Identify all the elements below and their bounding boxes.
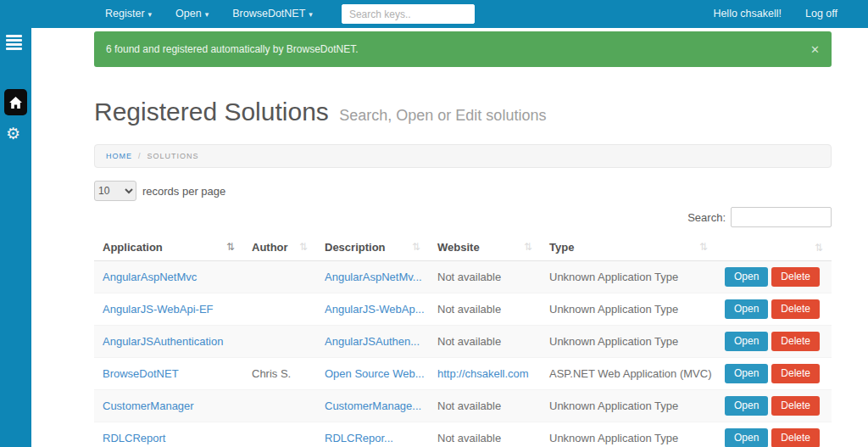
sidebar-item-home[interactable] bbox=[4, 89, 27, 115]
description-link[interactable]: AngularJSAuthen... bbox=[325, 335, 420, 348]
description-link[interactable]: Open Source Web... bbox=[325, 367, 425, 380]
application-link[interactable]: AngularAspNetMvc bbox=[103, 271, 197, 283]
description-cell: AngularJSAuthen... bbox=[316, 326, 429, 358]
delete-button[interactable]: Delete bbox=[771, 396, 820, 416]
nav-item-browsedotnet[interactable]: BrowseDotNET▾ bbox=[220, 0, 325, 28]
application-link[interactable]: RDLCReport bbox=[103, 432, 165, 444]
alert-message: 6 found and registered automatically by … bbox=[106, 43, 359, 55]
actions-cell: OpenDelete bbox=[716, 390, 832, 422]
user-greeting-link[interactable]: Hello chsakell! bbox=[701, 0, 793, 28]
nav-item-open[interactable]: Open▾ bbox=[164, 0, 220, 28]
author-cell bbox=[243, 390, 316, 422]
website-cell: Not available bbox=[429, 326, 541, 358]
breadcrumb-separator: / bbox=[138, 152, 142, 160]
sort-icon: ⇅ bbox=[226, 241, 235, 253]
delete-button[interactable]: Delete bbox=[771, 364, 820, 383]
table-row: RDLCReportRDLCRepor...Not availableUnkno… bbox=[94, 422, 832, 447]
table-row: AngularJSAuthenticationAngularJSAuthen..… bbox=[94, 326, 832, 358]
author-cell: Chris S. bbox=[243, 358, 316, 390]
type-cell: ASP.NET Web Application (MVC) bbox=[541, 358, 716, 390]
caret-down-icon: ▾ bbox=[205, 10, 209, 19]
column-header-author[interactable]: ⇅ Author bbox=[243, 236, 316, 261]
nav-item-register[interactable]: Register▾ bbox=[93, 0, 164, 28]
title-row: Registered Solutions Search, Open or Edi… bbox=[94, 98, 832, 126]
table-row: AngularJS-WebApi-EFAngularJS-WebAp...Not… bbox=[94, 293, 832, 326]
delete-button[interactable]: Delete bbox=[771, 299, 820, 319]
description-link[interactable]: RDLCRepor... bbox=[325, 432, 393, 444]
column-header-application[interactable]: ⇅ Application bbox=[94, 236, 243, 261]
application-link[interactable]: AngularJS-WebApi-EF bbox=[103, 303, 214, 316]
page-size-select[interactable]: 10 bbox=[94, 181, 136, 201]
table-search-input[interactable] bbox=[731, 207, 832, 227]
table-row: BrowseDotNETChris S.Open Source Web...ht… bbox=[94, 358, 832, 390]
table-search-controls: Search: bbox=[94, 206, 832, 228]
application-link[interactable]: CustomerManager bbox=[103, 400, 194, 412]
column-label: Author bbox=[252, 241, 288, 254]
column-header-actions[interactable]: ⇅ bbox=[716, 236, 832, 261]
menu-toggle-button[interactable] bbox=[4, 33, 25, 52]
sort-icon: ⇅ bbox=[524, 241, 532, 253]
table-row: AngularAspNetMvcAngularAspNetMv...Not av… bbox=[94, 261, 832, 293]
description-link[interactable]: AngularAspNetMv... bbox=[325, 271, 422, 283]
logoff-link[interactable]: Log off bbox=[793, 0, 849, 28]
caret-down-icon: ▾ bbox=[148, 10, 153, 19]
nav-item-label: BrowseDotNET bbox=[232, 8, 305, 20]
open-button[interactable]: Open bbox=[725, 428, 768, 447]
actions-cell: OpenDelete bbox=[716, 326, 832, 358]
main-menu: Register▾ Open▾ BrowseDotNET▾ bbox=[93, 0, 475, 28]
application-link[interactable]: BrowseDotNET bbox=[103, 367, 179, 380]
type-cell: Unknown Application Type bbox=[541, 326, 716, 358]
actions-cell: OpenDelete bbox=[716, 358, 832, 390]
author-cell bbox=[243, 261, 316, 293]
column-header-type[interactable]: ⇅ Type bbox=[541, 236, 716, 261]
column-label: Type bbox=[549, 241, 574, 254]
delete-button[interactable]: Delete bbox=[771, 267, 820, 287]
delete-button[interactable]: Delete bbox=[771, 332, 820, 351]
open-button[interactable]: Open bbox=[725, 299, 768, 319]
website-cell: Not available bbox=[429, 422, 541, 447]
application-cell: AngularJS-WebApi-EF bbox=[94, 293, 243, 326]
navbar-right: Hello chsakell! Log off bbox=[701, 0, 868, 28]
breadcrumb-home-link[interactable]: HOME bbox=[106, 152, 132, 160]
close-icon: ✕ bbox=[810, 43, 820, 56]
website-cell: Not available bbox=[429, 293, 541, 326]
page-title: Registered Solutions bbox=[94, 98, 329, 126]
records-per-page-label: records per page bbox=[142, 185, 225, 198]
alert-close-button[interactable]: ✕ bbox=[810, 43, 820, 56]
breadcrumb: HOME / SOLUTIONS bbox=[94, 144, 832, 168]
description-link[interactable]: AngularJS-WebAp... bbox=[325, 303, 425, 316]
delete-button[interactable]: Delete bbox=[771, 428, 820, 447]
sidebar-item-settings[interactable]: ⚙ bbox=[6, 126, 20, 142]
column-header-description[interactable]: ⇅ Description bbox=[316, 236, 429, 261]
open-button[interactable]: Open bbox=[725, 396, 768, 416]
description-link[interactable]: CustomerManage... bbox=[325, 400, 421, 412]
website-link[interactable]: http://chsakell.com bbox=[437, 367, 529, 380]
column-header-website[interactable]: ⇅ Website bbox=[429, 236, 541, 261]
description-cell: RDLCRepor... bbox=[316, 422, 429, 447]
open-button[interactable]: Open bbox=[725, 267, 768, 287]
type-cell: Unknown Application Type bbox=[541, 293, 716, 326]
column-label: Description bbox=[325, 241, 386, 254]
author-cell bbox=[243, 326, 316, 358]
actions-cell: OpenDelete bbox=[716, 293, 832, 326]
type-cell: Unknown Application Type bbox=[541, 390, 716, 422]
open-button[interactable]: Open bbox=[725, 332, 768, 351]
author-cell bbox=[243, 422, 316, 447]
column-label: Application bbox=[103, 241, 163, 254]
breadcrumb-current: SOLUTIONS bbox=[147, 152, 199, 160]
sort-icon: ⇅ bbox=[815, 242, 823, 254]
nav-search-input[interactable] bbox=[342, 4, 475, 24]
application-cell: RDLCReport bbox=[94, 422, 243, 447]
application-cell: AngularJSAuthentication bbox=[94, 326, 243, 358]
home-icon bbox=[8, 96, 23, 109]
application-cell: CustomerManager bbox=[94, 390, 243, 422]
open-button[interactable]: Open bbox=[725, 364, 768, 383]
gear-icon: ⚙ bbox=[6, 125, 20, 142]
actions-cell: OpenDelete bbox=[716, 261, 832, 293]
website-cell: Not available bbox=[429, 390, 541, 422]
type-cell: Unknown Application Type bbox=[541, 261, 716, 293]
nav-item-label: Register bbox=[105, 8, 145, 20]
application-link[interactable]: AngularJSAuthentication bbox=[103, 335, 223, 348]
table-row: CustomerManagerCustomerManage...Not avai… bbox=[94, 390, 832, 422]
type-cell: Unknown Application Type bbox=[541, 422, 716, 447]
